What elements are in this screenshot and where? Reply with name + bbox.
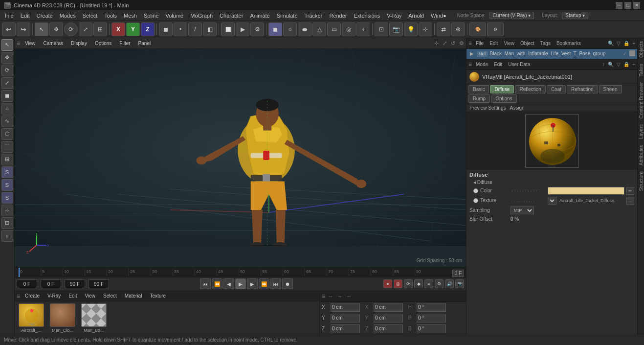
menu-tracker[interactable]: Tracker [302,12,326,20]
right-label-takes[interactable]: Takes [638,61,644,79]
render-settings[interactable]: ⚙ [487,23,504,36]
mat-menu-icon[interactable]: ≡ [17,293,20,299]
next-frame-btn[interactable]: ⏩ [259,278,269,289]
attr-mode[interactable]: Mode [474,61,490,68]
attr-lock-icon[interactable]: 🔒 [623,62,629,67]
snap-btn[interactable]: ⊹ [419,23,432,36]
record-btn[interactable]: ⏺ [282,278,293,289]
cylinder-tool[interactable]: ⬬ [298,23,311,36]
tool-rotate[interactable]: ⟳ [1,65,13,76]
obj-add-icon[interactable]: + [632,41,635,46]
attr-tab-refraction[interactable]: Refraction [567,85,598,93]
play-btn[interactable]: ▶ [235,278,246,289]
attr-add-icon[interactable]: + [632,62,635,67]
attr-userdata[interactable]: User Data [506,61,532,68]
tool-snap[interactable]: ⊹ [1,205,13,216]
tool-sculpt1[interactable]: S [1,179,13,191]
plane-tool[interactable]: ▭ [327,23,341,36]
mat-menu-view[interactable]: View [82,293,99,299]
vp-btn-restore[interactable]: ↺ [451,40,455,46]
obj-menu-file[interactable]: File [474,40,486,46]
mat-menu-vray[interactable]: V-Ray [44,293,64,299]
material-item-3[interactable]: Man_Bo... [79,303,109,333]
tool-sphere[interactable]: ○ [1,103,13,115]
menu-vray[interactable]: V-Ray [384,12,404,20]
coord-x-pos[interactable] [331,303,360,312]
menu-select[interactable]: Select [80,12,101,20]
obj-menu-view[interactable]: View [502,40,516,46]
step-fwd-btn[interactable]: ▶ [247,278,258,289]
goto-end-btn[interactable]: ⏭ [270,278,281,289]
tool-floor[interactable]: ⊟ [1,217,13,229]
tool-select[interactable]: ↖ [1,39,13,51]
vp-btn-expand[interactable]: ⤢ [443,40,447,46]
preview-render-btn[interactable]: 📷 [455,279,464,288]
close-btn[interactable]: ✕ [633,2,640,9]
minimize-btn[interactable]: ─ [616,2,622,9]
sphere-tool[interactable]: ○ [283,23,297,36]
vp-menu-display[interactable]: Display [68,40,90,46]
attr-tab-bump[interactable]: Bump [468,94,490,103]
coord-b-rot[interactable] [417,324,446,333]
viewport-3d[interactable]: Perspective Default Camera •° Grid Spaci… [15,49,466,267]
coord-z-pos[interactable] [331,324,360,333]
goto-start-btn[interactable]: ⏮ [200,278,211,289]
menu-render[interactable]: Render [326,12,350,20]
right-label-structure[interactable]: Structure [638,168,644,194]
motion-btn[interactable]: ⟳ [404,279,413,288]
camera-btn[interactable]: 📷 [389,23,403,36]
right-label-objects[interactable]: Objects [638,38,644,61]
attr-menu-icon[interactable]: ≡ [468,61,472,68]
vp-menu-cameras[interactable]: Cameras [41,40,67,46]
coord-p-rot[interactable] [417,314,446,322]
mat-menu-material[interactable]: Material [122,293,145,299]
edge-mode[interactable]: / [188,23,202,36]
start-frame-input[interactable] [41,279,61,288]
vp-menu-options[interactable]: Options [92,40,114,46]
poly-mode[interactable]: ◧ [203,23,217,36]
redo-btn[interactable]: ↪ [17,23,30,36]
material-item-1[interactable]: mat Aircraft_... [17,303,46,333]
right-label-attributes[interactable]: Attributes [638,142,644,168]
keysel-btn[interactable]: ◆ [414,279,423,288]
axis-x[interactable]: X [111,23,125,36]
more-prim[interactable]: + [356,23,370,36]
maximize-btn[interactable]: □ [624,2,631,9]
sound-btn[interactable]: 🔊 [445,279,454,288]
obj-action-2[interactable] [629,50,635,56]
tool-sculpt2[interactable]: S [1,192,13,204]
menu-modes[interactable]: Modes [57,12,79,20]
vp-menu-filter[interactable]: Filter [116,40,133,46]
tool-mograph[interactable]: ⊞ [1,154,13,165]
vp-menu-view[interactable]: View [22,40,39,46]
cone-tool[interactable]: △ [312,23,326,36]
attr-filter-icon[interactable]: ▽ [617,62,621,67]
rotate-tool[interactable]: ⟳ [64,23,78,36]
torus-tool[interactable]: ◎ [342,23,355,36]
boole-btn[interactable]: ⊛ [451,23,465,36]
preview-settings-btn[interactable]: Preview Settings [469,105,506,111]
mat-menu-edit[interactable]: Edit [66,293,80,299]
menu-edit[interactable]: Edit [18,12,33,20]
right-label-layers[interactable]: Layers [638,121,644,142]
menu-mesh[interactable]: Mesh [121,12,140,20]
move-tool[interactable]: ✥ [49,23,63,36]
mat-menu-create[interactable]: Create [22,293,43,299]
coords-menu-icon[interactable]: ≡ [322,293,325,299]
undo-btn[interactable]: ↩ [2,23,16,36]
tool-spline[interactable]: ∿ [1,115,13,127]
coord-y-pos[interactable] [331,314,360,322]
layer-btn[interactable]: ≡ [424,279,433,288]
menu-animate[interactable]: Animate [247,12,272,20]
tool-bend[interactable]: ⌒ [1,141,13,153]
anim-settings[interactable]: ⚙ [435,279,444,288]
menu-character[interactable]: Character [217,12,246,20]
texture-btn[interactable]: 🎨 [469,23,486,36]
null-btn[interactable]: ⊡ [375,23,388,36]
preview-end-input[interactable] [89,279,109,288]
menu-volume[interactable]: Volume [163,12,187,20]
menu-window[interactable]: Wind● [428,12,449,20]
light-btn[interactable]: 💡 [404,23,418,36]
transform-tool[interactable]: ⊞ [93,23,107,36]
current-frame-input[interactable] [17,279,37,288]
